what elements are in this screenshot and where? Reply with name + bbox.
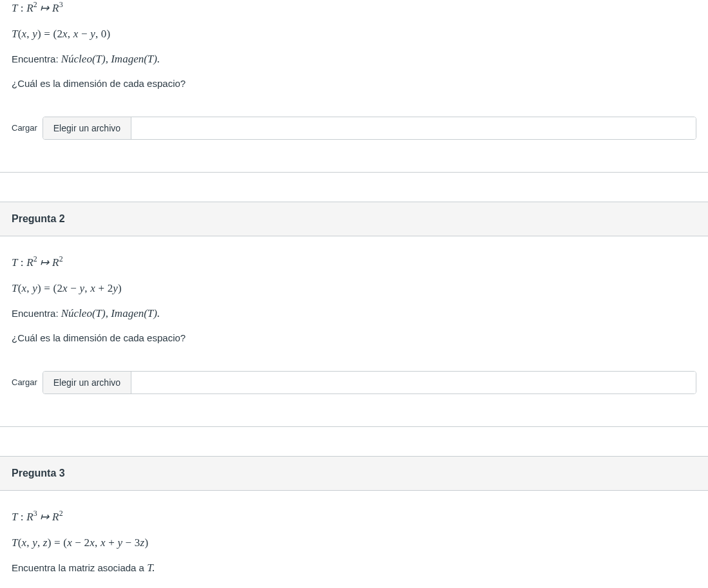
question-3-body: T : R3 ↦ R2 T(x, y, z) = (x − 2x, x + y … [0, 491, 708, 588]
q2-file-display [131, 372, 696, 394]
q1-find-prompt: Encuentra: Núcleo(T), Imagen(T). [12, 51, 696, 68]
question-2-body: T : R2 ↦ R2 T(x, y) = (2x − y, x + 2y) E… [0, 236, 708, 413]
q2-find-prompt: Encuentra: Núcleo(T), Imagen(T). [12, 305, 696, 322]
q2-find-math: Núcleo(T), Imagen(T). [61, 307, 160, 319]
q1-transformation-def: T(x, y) = (2x, x − y, 0) [12, 26, 696, 43]
question-3-header: Pregunta 3 [0, 456, 708, 491]
question-1-body: T : R2 ↦ R3 T(x, y) = (2x, x − y, 0) Enc… [0, 0, 708, 159]
q3-rank-prompt: ¿Cuál es el rango de esta matriz? [12, 585, 696, 589]
q1-domain-codomain: T : R2 ↦ R3 [12, 0, 696, 17]
q2-choose-file-button[interactable]: Elegir un archivo [43, 372, 131, 394]
q3-transformation-def: T(x, y, z) = (x − 2x, x + y − 3z) [12, 535, 696, 551]
q2-domain-codomain: T : R2 ↦ R2 [12, 254, 696, 271]
q1-find-prefix: Encuentra: [12, 53, 61, 64]
q3-matrix-prompt: Encuentra la matriz asociada a T. [12, 560, 696, 576]
q1-choose-file-button[interactable]: Elegir un archivo [43, 117, 131, 139]
q2-transformation-def: T(x, y) = (2x − y, x + 2y) [12, 280, 696, 297]
q3-matrix-prefix: Encuentra la matriz asociada a [12, 562, 147, 573]
q2-find-prefix: Encuentra: [12, 308, 61, 319]
q2-upload-label: Cargar [12, 376, 37, 389]
q2-file-input-group[interactable]: Elegir un archivo [43, 371, 696, 394]
q2-upload-row: Cargar Elegir un archivo [12, 371, 696, 394]
q1-upload-row: Cargar Elegir un archivo [12, 117, 696, 140]
q1-file-input-group[interactable]: Elegir un archivo [43, 117, 696, 140]
q1-file-display [131, 117, 696, 139]
q1-find-math: Núcleo(T), Imagen(T). [61, 53, 160, 65]
q1-upload-label: Cargar [12, 122, 37, 135]
q2-dimension-prompt: ¿Cuál es la dimensión de cada espacio? [12, 331, 696, 346]
q3-matrix-math: T. [147, 562, 155, 574]
question-2-header: Pregunta 2 [0, 202, 708, 236]
q3-domain-codomain: T : R3 ↦ R2 [12, 509, 696, 526]
q1-dimension-prompt: ¿Cuál es la dimensión de cada espacio? [12, 77, 696, 91]
